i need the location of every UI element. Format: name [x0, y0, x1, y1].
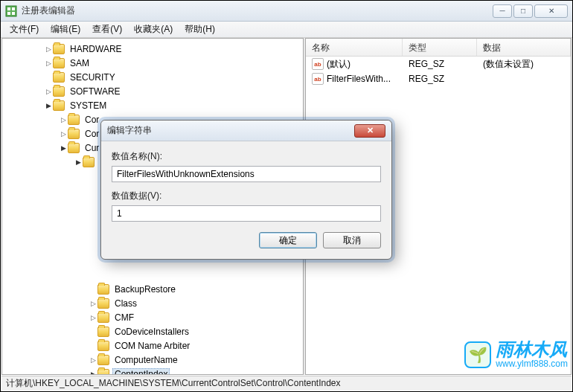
value-name-label: 数值名称(N): — [112, 150, 381, 163]
expand-icon[interactable]: ▷ — [89, 356, 97, 364]
svg-rect-2 — [12, 7, 15, 10]
list-header: 名称 类型 数据 — [306, 39, 571, 57]
collapse-icon[interactable]: ▶ — [89, 370, 97, 376]
value-data — [477, 77, 571, 80]
folder-icon — [68, 115, 80, 125]
dialog-title-bar[interactable]: 编辑字符串 ✕ — [101, 121, 391, 141]
expand-icon[interactable]: ▷ — [89, 314, 97, 321]
collapse-icon[interactable]: ▶ — [59, 144, 68, 152]
value-type: REG_SZ — [403, 57, 477, 71]
app-icon — [5, 5, 17, 17]
menu-favorites[interactable]: 收藏夹(A) — [128, 22, 179, 37]
column-name[interactable]: 名称 — [306, 39, 403, 56]
maximize-button[interactable]: □ — [513, 4, 533, 18]
menu-file[interactable]: 文件(F) — [4, 22, 45, 37]
expand-icon[interactable]: ▷ — [59, 116, 68, 123]
tree-item-selected[interactable]: ContentIndex — [112, 368, 170, 376]
status-path: 计算机\HKEY_LOCAL_MACHINE\SYSTEM\CurrentCon… — [6, 377, 341, 390]
edit-string-dialog: 编辑字符串 ✕ 数值名称(N): 数值数据(V): 确定 取消 — [100, 120, 392, 260]
value-data: (数值未设置) — [477, 57, 571, 72]
svg-rect-1 — [7, 7, 10, 10]
folder-icon — [97, 327, 109, 337]
list-row[interactable]: abFilterFilesWith... REG_SZ — [306, 71, 571, 86]
folder-icon — [53, 86, 65, 97]
tree-item[interactable]: Cur — [83, 142, 101, 154]
folder-icon — [97, 369, 109, 376]
expand-icon[interactable]: ▷ — [44, 60, 53, 67]
expand-icon[interactable]: ▷ — [44, 45, 53, 53]
window-title: 注册表编辑器 — [22, 4, 493, 17]
status-bar: 计算机\HKEY_LOCAL_MACHINE\SYSTEM\CurrentCon… — [1, 376, 572, 391]
svg-rect-3 — [7, 12, 10, 15]
tree-item[interactable]: BackupRestore — [112, 283, 178, 295]
tree-item[interactable]: SOFTWARE — [68, 86, 123, 97]
collapse-icon[interactable]: ▶ — [74, 158, 83, 166]
tree-item[interactable]: CoDeviceInstallers — [112, 326, 191, 338]
value-data-label: 数值数据(V): — [112, 190, 381, 202]
value-name: (默认) — [327, 58, 350, 71]
dialog-title: 编辑字符串 — [107, 124, 354, 137]
svg-rect-4 — [12, 12, 15, 15]
tree-item[interactable]: Class — [112, 298, 139, 309]
expand-icon[interactable]: ▷ — [59, 130, 68, 138]
menu-help[interactable]: 帮助(H) — [179, 22, 221, 37]
value-name: FilterFilesWith... — [327, 74, 391, 84]
string-value-icon: ab — [312, 58, 324, 70]
folder-icon — [68, 129, 80, 139]
folder-icon — [97, 341, 109, 351]
ok-button[interactable]: 确定 — [259, 232, 317, 248]
minimize-button[interactable]: ─ — [493, 4, 512, 18]
folder-icon — [53, 100, 65, 111]
column-type[interactable]: 类型 — [403, 39, 477, 56]
folder-icon — [97, 355, 109, 365]
list-row[interactable]: ab(默认) REG_SZ (数值未设置) — [306, 57, 571, 71]
string-value-icon: ab — [312, 73, 324, 85]
folder-icon — [53, 44, 65, 54]
folder-icon — [97, 298, 109, 309]
tree-item[interactable]: Cor — [83, 128, 101, 140]
value-data-field[interactable] — [112, 205, 381, 222]
tree-item[interactable]: SYSTEM — [68, 100, 109, 112]
folder-icon — [68, 143, 80, 153]
tree-item[interactable]: CMF — [112, 312, 136, 324]
tree-item[interactable]: HARDWARE — [68, 43, 124, 55]
expand-icon[interactable]: ▷ — [89, 300, 97, 307]
folder-icon — [83, 157, 95, 167]
value-name-field[interactable] — [112, 166, 381, 182]
folder-icon — [97, 312, 109, 323]
menu-edit[interactable]: 编辑(E) — [45, 22, 86, 37]
cancel-button[interactable]: 取消 — [323, 232, 381, 248]
menu-view[interactable]: 查看(V) — [86, 22, 128, 37]
tree-item[interactable]: ComputerName — [112, 354, 180, 366]
expand-icon[interactable]: ▷ — [44, 88, 53, 95]
tree-item[interactable]: SAM — [68, 57, 92, 69]
tree-item[interactable]: COM Name Arbiter — [112, 340, 192, 352]
menu-bar: 文件(F) 编辑(E) 查看(V) 收藏夹(A) 帮助(H) — [1, 22, 572, 38]
folder-icon — [53, 58, 65, 68]
folder-icon — [53, 72, 65, 83]
column-data[interactable]: 数据 — [477, 39, 571, 56]
tree-item[interactable]: SECURITY — [68, 71, 118, 83]
collapse-icon[interactable]: ▶ — [44, 102, 53, 109]
dialog-close-button[interactable]: ✕ — [354, 124, 385, 138]
value-type: REG_SZ — [403, 72, 477, 86]
folder-icon — [97, 284, 109, 295]
close-button[interactable]: ✕ — [534, 4, 568, 18]
tree-item[interactable]: Cor — [83, 114, 101, 126]
title-bar: 注册表编辑器 ─ □ ✕ — [1, 1, 572, 22]
